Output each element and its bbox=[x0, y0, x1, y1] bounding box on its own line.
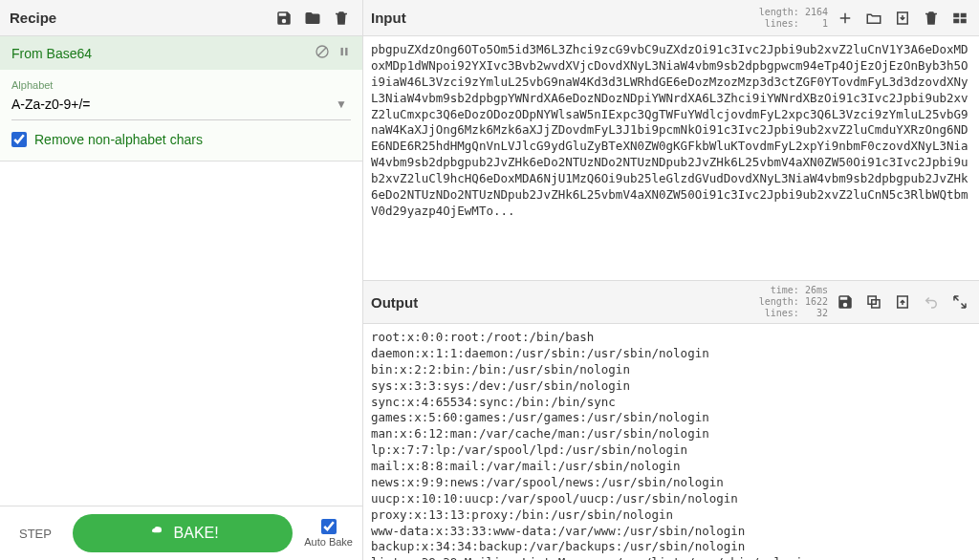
open-folder-icon[interactable] bbox=[862, 7, 885, 30]
input-meta: length: 2164 lines: 1 bbox=[759, 7, 828, 30]
input-text[interactable]: pbgpuZXdzOng6OTo5Om5id3M6L3Zhci9zcG9vbC9… bbox=[363, 36, 979, 280]
step-button[interactable]: STEP bbox=[10, 519, 61, 549]
maximize-output-icon[interactable] bbox=[948, 291, 971, 313]
pause-operation-icon[interactable] bbox=[337, 45, 351, 61]
replace-input-icon[interactable] bbox=[891, 291, 914, 313]
output-text[interactable]: root:x:0:0:root:/root:/bin/bash daemon:x… bbox=[363, 324, 979, 560]
remove-non-alpha-label: Remove non-alphabet chars bbox=[34, 132, 203, 147]
svg-rect-7 bbox=[961, 12, 967, 17]
alphabet-input[interactable] bbox=[11, 93, 332, 116]
undo-icon[interactable] bbox=[920, 291, 943, 313]
svg-rect-9 bbox=[961, 18, 967, 23]
svg-rect-8 bbox=[953, 18, 959, 23]
operation-header[interactable]: From Base64 bbox=[0, 36, 362, 70]
output-header: Output time: 26ms length: 1622 lines: 32 bbox=[363, 280, 979, 324]
output-title: Output bbox=[371, 294, 759, 311]
bake-label: BAKE! bbox=[174, 525, 219, 542]
remove-non-alpha-checkbox[interactable] bbox=[11, 132, 27, 147]
disable-operation-icon[interactable] bbox=[315, 44, 330, 62]
clear-input-icon[interactable] bbox=[920, 7, 943, 30]
chef-icon bbox=[147, 524, 166, 543]
output-meta: time: 26ms length: 1622 lines: 32 bbox=[759, 285, 828, 319]
input-title: Input bbox=[371, 10, 759, 26]
recipe-bottom-bar: STEP BAKE! Auto Bake bbox=[0, 506, 362, 560]
open-file-icon[interactable] bbox=[891, 7, 914, 30]
svg-rect-2 bbox=[341, 48, 343, 55]
autobake-label: Auto Bake bbox=[304, 536, 353, 548]
input-header: Input length: 2164 lines: 1 bbox=[363, 0, 979, 36]
add-input-icon[interactable] bbox=[834, 7, 857, 30]
recipe-title: Recipe bbox=[10, 10, 267, 26]
clear-recipe-icon[interactable] bbox=[330, 7, 353, 30]
copy-output-icon[interactable] bbox=[862, 291, 885, 313]
alphabet-dropdown-icon[interactable]: ▼ bbox=[332, 97, 351, 111]
svg-line-1 bbox=[318, 48, 326, 55]
autobake-checkbox[interactable] bbox=[321, 519, 337, 534]
svg-rect-3 bbox=[345, 48, 347, 55]
recipe-header: Recipe bbox=[0, 0, 362, 36]
operation-body: Alphabet ▼ Remove non-alphabet chars bbox=[0, 70, 362, 161]
svg-rect-6 bbox=[953, 12, 959, 17]
recipe-body: From Base64 Alphabet ▼ Remove non-alphab… bbox=[0, 36, 362, 506]
save-output-icon[interactable] bbox=[834, 291, 857, 313]
remove-non-alpha-checkbox-row[interactable]: Remove non-alphabet chars bbox=[11, 132, 351, 147]
operation-from-base64: From Base64 Alphabet ▼ Remove non-alphab… bbox=[0, 36, 362, 162]
operation-name: From Base64 bbox=[11, 46, 307, 61]
autobake-toggle[interactable]: Auto Bake bbox=[304, 519, 353, 548]
load-recipe-icon[interactable] bbox=[301, 7, 324, 30]
bake-button[interactable]: BAKE! bbox=[73, 514, 293, 552]
alphabet-label: Alphabet bbox=[11, 79, 351, 91]
save-recipe-icon[interactable] bbox=[272, 7, 295, 30]
reset-layout-icon[interactable] bbox=[948, 7, 971, 30]
